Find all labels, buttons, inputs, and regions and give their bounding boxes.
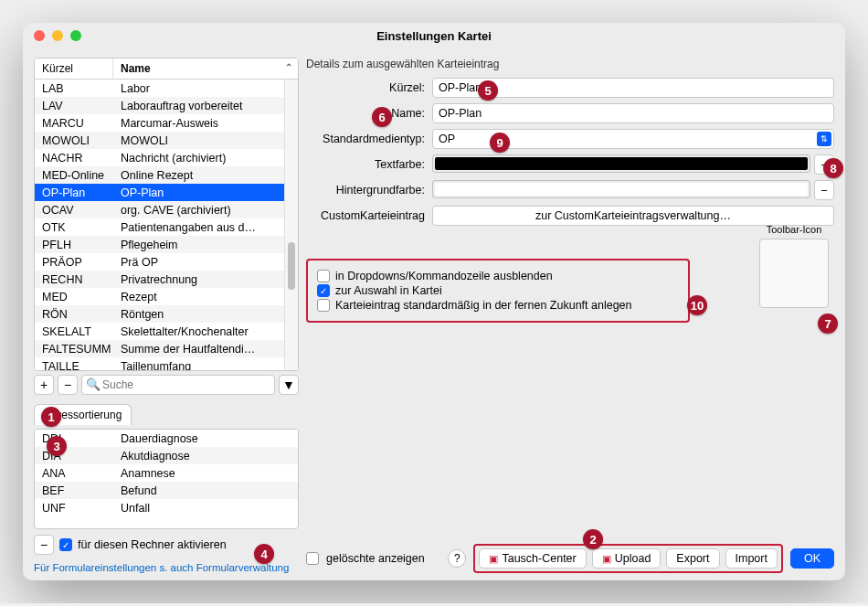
- annotation-badge-10: 10: [687, 295, 707, 315]
- table-row[interactable]: MEDRezept: [35, 288, 284, 305]
- annotation-badge-1: 1: [41, 407, 61, 427]
- details-heading: Details zum ausgewählten Karteieintrag: [306, 58, 834, 70]
- sort-tabs: Tagessortierung: [34, 404, 299, 425]
- package-icon: ▣: [602, 553, 611, 565]
- table-row[interactable]: OP-PlanOP-Plan: [35, 184, 284, 201]
- ok-button[interactable]: OK: [790, 548, 834, 569]
- annotation-badge-9: 9: [490, 133, 510, 153]
- activate-label: für diesen Rechner aktivieren: [78, 538, 227, 551]
- tagessortierung-table: DDIDauerdiagnoseDIAAkutdiagnoseANAAnamne…: [34, 429, 299, 529]
- table-row[interactable]: RÖNRöntgen: [35, 305, 284, 323]
- search-icon: 🔍: [86, 377, 101, 391]
- column-name[interactable]: Name⌃: [113, 58, 298, 79]
- toolbar-icon-label: Toolbar-Icon: [759, 224, 829, 235]
- check-auswahl-kartei[interactable]: ✓zur Auswahl in Kartei: [317, 284, 679, 297]
- annotation-badge-5: 5: [478, 80, 498, 101]
- checkbox-icon: [317, 299, 330, 312]
- search-input[interactable]: [81, 375, 275, 395]
- table-row[interactable]: MARCUMarcumar-Ausweis: [35, 114, 284, 132]
- label-kurzel: Kürzel:: [306, 81, 425, 94]
- annotation-badge-6: 6: [372, 107, 392, 127]
- import-button[interactable]: Import: [725, 548, 778, 569]
- table-row[interactable]: OTKPatientenangaben aus d…: [35, 218, 284, 236]
- filter-dropdown-button[interactable]: ▼: [279, 375, 299, 395]
- export-button[interactable]: Export: [666, 548, 719, 569]
- label-hintergrund: Hintergrundfarbe:: [306, 184, 425, 197]
- annotation-badge-2: 2: [583, 529, 603, 549]
- table-row[interactable]: MED-OnlineOnline Rezept: [35, 166, 284, 184]
- help-button[interactable]: ?: [448, 549, 466, 568]
- remove-sort-button[interactable]: −: [34, 535, 54, 555]
- table-row[interactable]: SKELALTSkelettalter/Knochenalter: [35, 323, 284, 340]
- package-icon: ▣: [489, 553, 498, 565]
- action-buttons-group: ▣Tausch-Center ▣Upload Export Import: [473, 544, 783, 573]
- hintergrund-well[interactable]: [432, 180, 810, 198]
- table-row[interactable]: RECHNPrivatrechnung: [35, 271, 284, 288]
- table-row[interactable]: MOWOLIMOWOLI: [35, 132, 284, 149]
- table-header: Kürzel Name⌃: [35, 58, 298, 80]
- table-row[interactable]: LAVLaborauftrag vorbereitet: [35, 97, 284, 114]
- table-row[interactable]: OCAVorg. CAVE (archiviert): [35, 201, 284, 218]
- label-name: Name:: [306, 107, 425, 120]
- chevron-updown-icon: ⇅: [817, 132, 831, 146]
- table-toolbar: + − 🔍 ▼: [34, 375, 299, 395]
- left-panel: Kürzel Name⌃ LABLaborLAVLaborauftrag vor…: [34, 58, 299, 573]
- table-row[interactable]: BEFBefund: [35, 482, 298, 499]
- column-kurzel[interactable]: Kürzel: [35, 58, 113, 79]
- table-row[interactable]: DDIDauerdiagnose: [35, 430, 298, 447]
- check-hide-dropdowns[interactable]: in Dropdowns/Kommandozeile ausblenden: [317, 270, 679, 282]
- table-row[interactable]: UNFUnfall: [35, 499, 298, 516]
- checkbox-icon: [317, 270, 330, 282]
- details-panel: Details zum ausgewählten Karteieintrag K…: [306, 58, 834, 573]
- scroll-thumb[interactable]: [288, 242, 295, 290]
- table-row[interactable]: LABLabor: [35, 80, 284, 97]
- table-row[interactable]: TAILLETaillenumfang: [35, 357, 284, 370]
- sort-indicator-icon: ⌃: [285, 62, 292, 72]
- annotation-badge-7: 7: [818, 314, 838, 334]
- kartei-table: Kürzel Name⌃ LABLaborLAVLaborauftrag vor…: [34, 58, 299, 371]
- label-medientyp: Standardmedientyp:: [306, 133, 425, 145]
- footer: gelöschte anzeigen ? ▣Tausch-Center ▣Upl…: [306, 540, 834, 573]
- annotation-badge-4: 4: [254, 544, 274, 564]
- toolbar-icon-well[interactable]: [759, 239, 829, 308]
- annotation-badge-8: 8: [823, 158, 843, 178]
- search-field: 🔍: [81, 375, 275, 395]
- textfarbe-well[interactable]: [432, 154, 810, 173]
- remove-button[interactable]: −: [58, 375, 78, 395]
- annotation-badge-3: 3: [47, 436, 67, 456]
- form-settings-link[interactable]: Für Formulareinstellungen s. auch Formul…: [34, 562, 299, 573]
- add-button[interactable]: +: [34, 375, 54, 395]
- table-row[interactable]: ANAAnamnese: [35, 464, 298, 482]
- options-group: in Dropdowns/Kommandozeile ausblenden ✓z…: [306, 259, 690, 323]
- table-row[interactable]: NACHRNachricht (archiviert): [35, 149, 284, 166]
- deleted-checkbox[interactable]: [306, 552, 319, 565]
- table-row[interactable]: DIAAkutdiagnose: [35, 447, 298, 464]
- table-row[interactable]: PFLHPflegeheim: [35, 236, 284, 253]
- check-ferne-zukunft[interactable]: Karteieintrag standardmäßig in der ferne…: [317, 299, 679, 312]
- label-custom: CustomKarteieintrag: [306, 209, 425, 222]
- tausch-center-button[interactable]: ▣Tausch-Center: [479, 548, 586, 569]
- window-title: Einstellungen Kartei: [23, 29, 845, 43]
- input-name[interactable]: [432, 103, 834, 123]
- titlebar: Einstellungen Kartei: [23, 23, 845, 48]
- table-row[interactable]: FALTESUMMSumme der Hautfaltendi…: [35, 340, 284, 357]
- table-row[interactable]: PRÄOPPrä OP: [35, 253, 284, 271]
- hintergrund-reset-button[interactable]: −: [814, 180, 834, 200]
- activate-checkbox[interactable]: ✓: [59, 538, 72, 551]
- checkbox-icon: ✓: [317, 284, 330, 297]
- deleted-label: gelöschte anzeigen: [326, 552, 425, 565]
- upload-button[interactable]: ▣Upload: [592, 548, 662, 569]
- label-textfarbe: Textfarbe:: [306, 158, 425, 171]
- scrollbar[interactable]: [284, 80, 298, 370]
- custom-kartei-button[interactable]: zur CustomKarteieintragsverwaltung…: [432, 206, 834, 226]
- preferences-window: Einstellungen Kartei Kürzel Name⌃ LABLab…: [23, 23, 845, 580]
